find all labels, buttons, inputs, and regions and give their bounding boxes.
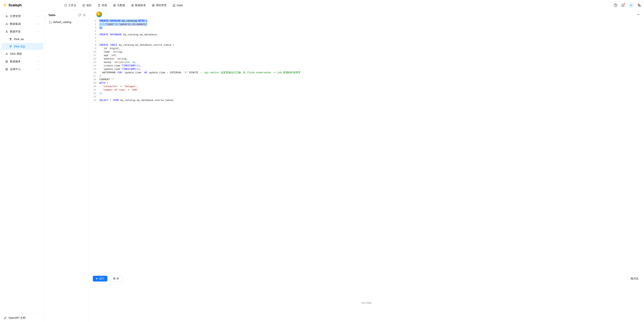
svg-point-22: [6, 32, 6, 32]
svg-point-18: [7, 24, 8, 25]
svg-rect-44: [6, 68, 8, 70]
svg-point-9: [614, 4, 617, 7]
nav-standard[interactable]: 数据标准: [128, 2, 148, 9]
svg-rect-28: [10, 39, 11, 40]
sidebar-item-ops[interactable]: 运维中心: [2, 66, 44, 73]
sidebar-item-service[interactable]: 数据服务: [2, 58, 44, 65]
sidebar-item-dev[interactable]: 数据开发: [2, 28, 44, 35]
chevron-down-icon: [37, 60, 40, 63]
sidebar-item-integration[interactable]: 数据集成: [2, 20, 44, 28]
nav-label: 数据标准: [135, 4, 146, 7]
svg-line-40: [7, 53, 8, 54]
play-icon: [96, 278, 98, 280]
session-avatar: [96, 11, 102, 17]
sidebar-item-label: 数据集成: [10, 22, 21, 26]
save-button[interactable]: 保 存: [110, 276, 122, 282]
header-right: S: [614, 3, 641, 8]
language-icon[interactable]: [637, 3, 641, 7]
tree-item-label: default_catalog: [53, 20, 71, 24]
run-button[interactable]: 运行: [93, 276, 108, 282]
results-panel: No Data: [89, 284, 644, 322]
svg-rect-41: [6, 61, 8, 62]
sidebar-subitem-flink-sql[interactable]: Flink SQL: [2, 43, 44, 50]
avatar[interactable]: S: [628, 3, 634, 8]
file-icon: [98, 4, 100, 7]
workflow-icon: [9, 45, 12, 48]
sidebar: 引擎管理 数据集成: [0, 11, 45, 322]
main-layout: 引擎管理 数据集成: [0, 11, 644, 322]
cube-icon: [64, 4, 67, 7]
svg-point-37: [6, 54, 6, 55]
workflow-icon: [9, 38, 12, 40]
gear-icon: [152, 4, 155, 7]
svg-point-12: [6, 17, 6, 17]
nav-oam[interactable]: OAM: [170, 2, 186, 8]
header-left: Scaleph 工作台 项目 资源: [3, 2, 186, 9]
svg-point-38: [7, 54, 8, 55]
svg-rect-31: [10, 45, 10, 46]
svg-line-15: [7, 16, 8, 17]
sidebar-subitem-flink-jar[interactable]: Flink Jar: [2, 36, 44, 43]
book-icon: [173, 4, 176, 7]
footer-label: OpenAPI 文档: [8, 316, 26, 320]
help-icon[interactable]: [614, 3, 618, 7]
sidebar-content: 引擎管理 数据集成: [0, 11, 45, 314]
toolbar-left: 运行 保 存: [93, 276, 122, 282]
table-tree-item[interactable]: default_catalog: [48, 19, 86, 25]
cluster-icon: [6, 23, 8, 25]
svg-point-13: [7, 17, 8, 17]
editor-top: ━: [89, 11, 644, 18]
code-editor[interactable]: 123456789101112131415161718192021222324 …: [89, 18, 644, 274]
svg-line-19: [6, 23, 7, 24]
nav-label: 资源: [102, 4, 107, 7]
svg-point-8: [153, 5, 154, 6]
editor-toolbar: 运行 保 存 格式化: [89, 274, 644, 284]
chevron-down-icon: [37, 23, 40, 25]
svg-rect-27: [11, 38, 12, 39]
svg-line-25: [7, 31, 8, 32]
database-icon: [6, 68, 8, 71]
svg-marker-49: [96, 278, 98, 280]
sidebar-item-dag[interactable]: DAG 调度: [2, 50, 44, 58]
nav-label: 项目: [86, 4, 92, 7]
notification-icon[interactable]: [621, 3, 625, 7]
svg-point-36: [6, 53, 7, 53]
table-panel-actions: [78, 14, 86, 16]
editor-area: ━ 12345678910111213141516171819202122232…: [89, 11, 644, 322]
table-panel: Table default_catalog: [45, 11, 89, 322]
collapse-sidebar-button[interactable]: [43, 15, 47, 20]
sidebar-item-engine[interactable]: 引擎管理: [2, 13, 44, 20]
minimize-icon[interactable]: ━: [636, 12, 641, 17]
svg-rect-33: [10, 47, 11, 48]
svg-line-39: [6, 53, 7, 54]
svg-rect-26: [10, 38, 10, 39]
chevron-down-icon: [37, 68, 40, 70]
refresh-icon[interactable]: [78, 14, 81, 16]
svg-line-20: [7, 23, 8, 24]
sidebar-item-label: 运维中心: [10, 68, 21, 71]
nav-metadata[interactable]: 元数据: [110, 2, 128, 9]
svg-rect-0: [83, 4, 85, 6]
svg-point-16: [6, 23, 7, 23]
sidebar-footer-link[interactable]: OpenAPI 文档: [0, 314, 45, 322]
svg-point-11: [6, 15, 7, 16]
nav-label: OAM: [176, 4, 183, 7]
nav-project[interactable]: 项目: [80, 2, 94, 9]
nav-workspace[interactable]: 工作台: [62, 2, 79, 9]
line-gutter: 123456789101112131415161718192021222324: [89, 19, 98, 273]
chevron-down-icon: [37, 15, 40, 17]
sidebar-subitem-label: Flink SQL: [14, 45, 26, 48]
svg-line-24: [6, 31, 7, 32]
sidebar-subitem-label: Flink Jar: [14, 38, 24, 41]
link-icon: [4, 317, 6, 319]
code-content[interactable]: CREATE CATALOG my_catalog WITH ( 'type' …: [98, 19, 644, 273]
format-button[interactable]: 格式化: [629, 276, 640, 281]
search-icon[interactable]: [83, 14, 86, 16]
svg-line-48: [85, 15, 85, 16]
cluster-icon: [6, 30, 8, 33]
nav-resource[interactable]: 资源: [95, 2, 110, 9]
sidebar-item-label: 引擎管理: [10, 14, 21, 18]
nav-system[interactable]: 系统管理: [149, 2, 169, 9]
svg-line-14: [6, 16, 7, 17]
cluster-icon: [6, 15, 8, 18]
